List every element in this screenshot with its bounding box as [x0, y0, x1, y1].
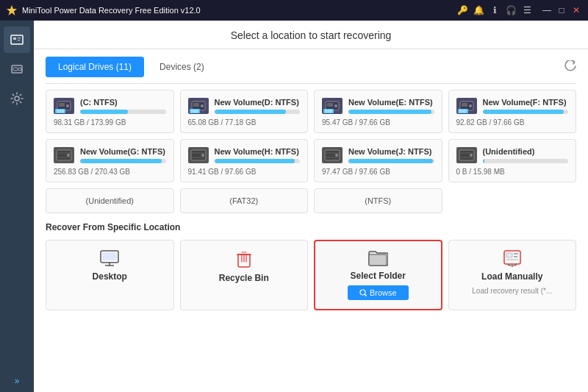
drive-name: (Unidentified)	[483, 147, 569, 156]
drive-card-drive-e[interactable]: SSD New Volume(E: NTFS) 95.47 GB / 97.66…	[314, 90, 442, 133]
bottom-drive-bottom-ntfs[interactable]: (NTFS)	[314, 188, 442, 213]
titlebar-utility-icons: 🔑 🔔 ℹ 🎧 ☰	[457, 5, 532, 15]
app-container: » Select a location to start recovering …	[0, 21, 588, 392]
svg-point-32	[335, 154, 338, 157]
location-card-select-folder[interactable]: Select Folder Browse	[314, 240, 442, 310]
specific-location-section: Recover From Specific Location Desktop R…	[46, 222, 576, 310]
content-area: Logical Drives (11) Devices (2)	[34, 49, 588, 392]
close-button[interactable]: ✕	[570, 4, 582, 16]
browse-button[interactable]: Browse	[348, 285, 409, 300]
sidebar-item-disk[interactable]	[4, 56, 30, 82]
location-card-desktop[interactable]: Desktop	[46, 240, 174, 310]
svg-rect-40	[102, 252, 117, 260]
select-folder-icon	[368, 250, 388, 266]
drive-name: New Volume(G: NTFS)	[80, 147, 166, 156]
maximize-button[interactable]: □	[556, 4, 567, 16]
sidebar-bottom: »	[9, 376, 25, 386]
drive-card-drive-d[interactable]: SSD New Volume(D: NTFS) 65.08 GB / 77.18…	[180, 90, 309, 133]
svg-point-36	[470, 154, 473, 157]
app-icon	[6, 4, 18, 16]
tab-logical-drives[interactable]: Logical Drives (11)	[46, 57, 144, 77]
app-title: MiniTool Power Data Recovery Free Editio…	[22, 6, 457, 15]
svg-rect-49	[514, 253, 518, 254]
svg-rect-13	[193, 103, 199, 107]
svg-line-45	[365, 294, 367, 296]
bottom-drive-bottom-unid[interactable]: (Unidentified)	[46, 188, 174, 213]
svg-rect-19	[462, 103, 467, 107]
drive-card-drive-h[interactable]: New Volume(H: NTFS) 91.41 GB / 97.66 GB	[180, 139, 309, 182]
drive-name: New Volume(D: NTFS)	[215, 98, 301, 107]
page-header: Select a location to start recovering	[34, 21, 588, 49]
desktop-icon	[99, 249, 120, 267]
svg-marker-0	[7, 5, 17, 15]
svg-rect-6	[13, 68, 18, 71]
svg-rect-43	[369, 254, 387, 266]
svg-point-28	[201, 154, 204, 157]
sidebar-item-settings[interactable]	[4, 85, 30, 112]
tab-devices[interactable]: Devices (2)	[147, 57, 217, 77]
location-card-recycle-bin[interactable]: Recycle Bin	[180, 240, 309, 310]
sidebar-expand-button[interactable]: »	[9, 376, 25, 386]
sidebar: »	[0, 21, 34, 392]
folder-icon	[368, 250, 388, 266]
location-cards: Desktop Recycle Bin Select Folder Browse	[46, 240, 576, 310]
location-label: Recycle Bin	[219, 273, 269, 283]
svg-point-8	[15, 96, 19, 101]
svg-rect-10	[59, 103, 65, 107]
svg-rect-2	[13, 38, 16, 40]
bottom-drive-bottom-fat32[interactable]: (FAT32)	[180, 188, 309, 213]
drive-name: New Volume(E: NTFS)	[348, 98, 434, 107]
titlebar: MiniTool Power Data Recovery Free Editio…	[0, 0, 588, 21]
specific-location-title: Recover From Specific Location	[46, 222, 576, 232]
svg-rect-48	[506, 253, 512, 257]
drive-size: 0 B / 15.98 MB	[456, 168, 569, 176]
drive-card-drive-g[interactable]: New Volume(G: NTFS) 256.83 GB / 270.43 G…	[46, 139, 174, 182]
info-icon[interactable]: ℹ	[490, 5, 500, 15]
menu-icon[interactable]: ☰	[522, 5, 532, 15]
drive-name: New Volume(J: NTFS)	[348, 147, 434, 156]
svg-point-17	[334, 104, 337, 107]
page-title: Select a location to start recovering	[231, 29, 392, 41]
svg-point-7	[18, 68, 21, 71]
drive-name: New Volume(F: NTFS)	[483, 98, 569, 107]
drive-size: 97.47 GB / 97.66 GB	[322, 168, 434, 176]
svg-rect-1	[11, 35, 23, 44]
recycle-bin-icon	[235, 249, 253, 268]
main-content: Select a location to start recovering Lo…	[34, 21, 588, 392]
svg-point-24	[67, 154, 70, 157]
drive-size: 65.08 GB / 77.18 GB	[188, 118, 301, 126]
tabs-row: Logical Drives (11) Devices (2)	[46, 49, 576, 84]
svg-rect-50	[514, 256, 517, 257]
sidebar-item-recover[interactable]	[4, 26, 30, 53]
svg-rect-16	[327, 103, 333, 107]
drives-grid-top: SSD (C: NTFS) 98.31 GB / 173.99 GB SSD N…	[46, 90, 576, 182]
svg-point-20	[469, 104, 472, 107]
location-label: Select Folder	[351, 271, 406, 281]
drive-card-drive-unid1[interactable]: (Unidentified) 0 B / 15.98 MB	[448, 139, 577, 182]
headphone-icon[interactable]: 🎧	[506, 5, 516, 15]
location-card-load-manually[interactable]: Load Manually Load recovery result (*...	[448, 240, 577, 310]
drive-name: (C: NTFS)	[80, 98, 166, 107]
key-icon[interactable]: 🔑	[457, 5, 467, 15]
window-controls[interactable]: — □ ✕	[541, 4, 582, 16]
drive-card-drive-c[interactable]: SSD (C: NTFS) 98.31 GB / 173.99 GB	[46, 90, 174, 133]
drive-name: New Volume(H: NTFS)	[215, 147, 301, 156]
drive-size: 92.82 GB / 97.66 GB	[456, 118, 569, 126]
location-label: Load Manually	[481, 271, 542, 282]
drive-card-drive-j[interactable]: New Volume(J: NTFS) 97.47 GB / 97.66 GB	[314, 139, 442, 182]
bottom-drive-label: (Unidentified)	[86, 196, 134, 205]
bell-icon[interactable]: 🔔	[473, 5, 484, 15]
location-sub: Load recovery result (*...	[472, 286, 552, 296]
load-manually-icon	[503, 249, 522, 267]
desktop-icon	[99, 249, 120, 267]
drives-grid-bottom: (Unidentified)(FAT32)(NTFS)	[46, 188, 576, 213]
bottom-drive-label: (NTFS)	[365, 196, 391, 205]
svg-rect-51	[506, 259, 518, 260]
svg-point-14	[201, 104, 204, 107]
svg-rect-4	[18, 40, 20, 41]
drive-card-drive-f[interactable]: SSD New Volume(F: NTFS) 92.82 GB / 97.66…	[448, 90, 577, 133]
svg-rect-3	[18, 38, 21, 39]
refresh-button[interactable]	[564, 60, 576, 74]
bottom-drive-label: (FAT32)	[229, 196, 258, 205]
minimize-button[interactable]: —	[541, 4, 553, 16]
